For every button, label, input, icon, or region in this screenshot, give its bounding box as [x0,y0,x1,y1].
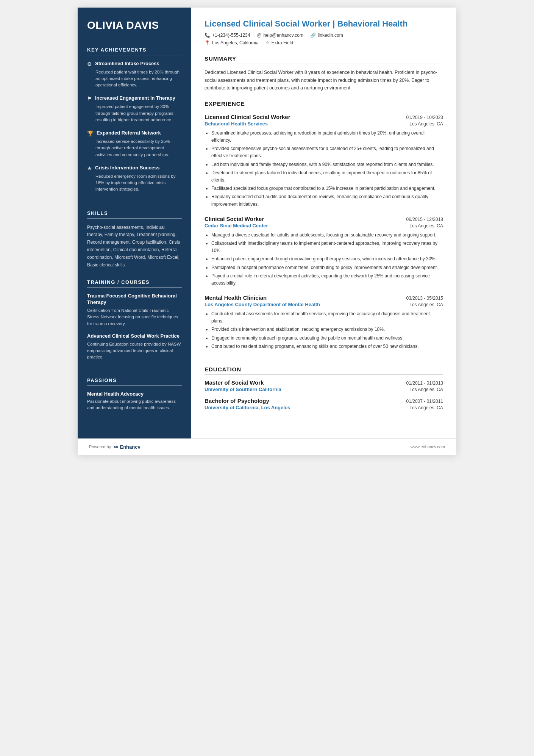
achievement-desc-1: Reduced patient wait times by 20% throug… [87,69,182,89]
exp-title-1: Licensed Clinical Social Worker [205,114,290,120]
exp-title-2: Clinical Social Worker [205,216,264,222]
training-desc-1: Certification from National Child Trauma… [87,307,182,327]
achievement-header-1: ⚙ Streamlined Intake Process [87,61,182,67]
resume-container: OLIVIA DAVIS KEY ACHIEVEMENTS ⚙ Streamli… [78,8,456,455]
linkedin-text: linkedin.com [318,33,343,38]
achievement-item-2: ⚑ Increased Engagement in Therapy Improv… [87,95,182,123]
achievement-desc-4: Reduced emergency room admissions by 18%… [87,173,182,193]
footer-url: www.enhancv.com [411,445,445,449]
summary-section-title: SUMMARY [205,55,443,64]
footer-logo: ∞ Enhancv [114,443,141,450]
resume-footer: Powered by ∞ Enhancv www.enhancv.com [78,438,456,455]
achievement-desc-2: Improved patient engagement by 30% throu… [87,103,182,123]
achievement-item-3: 🏆 Expanded Referral Network Increased se… [87,130,182,158]
brand-name: Enhancv [120,444,141,450]
edu-degree-1: Master of Social Work [205,379,264,386]
bullet-1-4: Developed treatment plans tailored to in… [211,169,443,184]
crisis-icon: ★ [87,165,92,171]
contact-line-1: 📞 +1-(234)-555-1234 @ help@enhancv.com 🔗… [205,33,443,38]
referral-icon: 🏆 [87,130,94,136]
bullet-1-6: Regularly conducted chart audits and doc… [211,193,443,208]
experience-title: EXPERIENCE [205,100,443,109]
exp-location-3: Los Angeles, CA [409,302,443,307]
footer-powered: Powered by ∞ Enhancv [89,443,141,450]
edu-header-1: Master of Social Work 01/2011 - 01/2013 [205,379,443,386]
achievement-title-2: Increased Engagement in Therapy [95,95,175,102]
phone-text: +1-(234)-555-1234 [212,33,250,38]
skills-text: Psycho-social assessments, Individual th… [87,224,182,269]
phone-contact: 📞 +1-(234)-555-1234 [205,33,250,38]
location-icon: 📍 [205,40,210,45]
bullet-2-5: Played a crucial role in referral develo… [211,272,443,287]
edu-location-1: Los Angeles, CA [409,387,443,392]
training-title: TRAINING / COURSES [87,279,182,288]
exp-date-2: 06/2015 - 12/2018 [406,217,443,222]
edu-location-2: Los Angeles, CA [409,405,443,410]
achievement-header-3: 🏆 Expanded Referral Network [87,130,182,136]
education-title: EDUCATION [205,366,443,375]
training-item-2: Advanced Clinical Social Work Practice C… [87,333,182,361]
exp-title-3: Mental Health Clinician [205,294,267,301]
resume-body: OLIVIA DAVIS KEY ACHIEVEMENTS ⚙ Streamli… [78,8,456,438]
passion-title-1: Mental Health Advocacy [87,391,182,397]
exp-header-3: Mental Health Clinician 03/2013 - 05/201… [205,294,443,301]
achievement-title-3: Expanded Referral Network [97,130,161,136]
exp-bullets-1: Streamlined intake processes, achieving … [205,130,443,208]
linkedin-contact: 🔗 linkedin.com [310,33,343,38]
exp-sub-2: Cedar Sinai Medical Center Los Angeles, … [205,223,443,229]
main-content: Licensed Clinical Social Worker | Behavi… [191,8,456,438]
exp-entry-3: Mental Health Clinician 03/2013 - 05/201… [205,294,443,350]
exp-company-2: Cedar Sinai Medical Center [205,223,268,229]
passions-title: PASSIONS [87,377,182,386]
email-contact: @ help@enhancv.com [257,33,303,38]
location-contact: 📍 Los Angeles, California [205,40,259,45]
name-block: OLIVIA DAVIS [87,19,182,32]
email-text: help@enhancv.com [264,33,303,38]
location-text: Los Angeles, California [212,40,259,45]
experience-section: EXPERIENCE Licensed Clinical Social Work… [205,100,443,358]
achievement-title-4: Crisis Intervention Success [95,165,160,171]
training-desc-2: Continuing Education course provided by … [87,341,182,361]
edu-school-1: University of Southern California [205,387,281,392]
edu-sub-1: University of Southern California Los An… [205,387,443,392]
key-achievements-title: KEY ACHIEVEMENTS [87,47,182,55]
exp-date-1: 01/2019 - 10/2023 [406,115,443,120]
edu-entry-2: Bachelor of Psychology 01/2007 - 01/2011… [205,398,443,410]
streamlined-icon: ⚙ [87,61,92,67]
exp-company-1: Behavioral Health Services [205,121,268,127]
exp-header-1: Licensed Clinical Social Worker 01/2019 … [205,114,443,120]
edu-date-2: 01/2007 - 01/2011 [406,399,443,404]
linkedin-icon: 🔗 [310,33,316,38]
extra-text: Extra Field [272,40,293,45]
edu-header-2: Bachelor of Psychology 01/2007 - 01/2011 [205,398,443,404]
edu-sub-2: University of California, Los Angeles Lo… [205,405,443,410]
bullet-1-3: Led both individual and family therapy s… [211,161,443,168]
training-item-1: Trauma-Focused Cognitive Behavioral Ther… [87,293,182,327]
edu-date-1: 01/2011 - 01/2013 [406,380,443,386]
exp-entry-1: Licensed Clinical Social Worker 01/2019 … [205,114,443,208]
candidate-name: OLIVIA DAVIS [87,19,182,32]
bullet-3-3: Engaged in community outreach programs, … [211,335,443,342]
powered-by-label: Powered by [89,445,111,449]
bullet-3-2: Provided crisis intervention and stabili… [211,326,443,333]
exp-date-3: 03/2013 - 05/2015 [406,296,443,301]
summary-section: SUMMARY Dedicated Licensed Clinical Soci… [205,55,443,92]
training-title-1: Trauma-Focused Cognitive Behavioral Ther… [87,293,182,306]
achievement-desc-3: Increased service accessibility by 25% t… [87,138,182,158]
email-icon: @ [257,33,261,38]
edu-school-2: University of California, Los Angeles [205,405,290,410]
education-section: EDUCATION Master of Social Work 01/2011 … [205,366,443,416]
achievement-header-2: ⚑ Increased Engagement in Therapy [87,95,182,102]
bullet-1-5: Facilitated specialized focus groups tha… [211,185,443,192]
enhancv-logo-icon: ∞ [114,443,118,450]
sidebar: OLIVIA DAVIS KEY ACHIEVEMENTS ⚙ Streamli… [78,8,191,438]
main-header: Licensed Clinical Social Worker | Behavi… [205,19,443,48]
passion-desc-1: Passionate about improving public awaren… [87,398,182,412]
edu-entry-1: Master of Social Work 01/2011 - 01/2013 … [205,379,443,392]
bullet-2-2: Collaborated with interdisciplinary team… [211,240,443,254]
bullet-1-1: Streamlined intake processes, achieving … [211,130,443,144]
exp-sub-1: Behavioral Health Services Los Angeles, … [205,121,443,127]
bullet-2-4: Participated in hospital performance com… [211,264,443,271]
bullet-3-1: Conducted initial assessments for mental… [211,310,443,325]
extra-icon: ☆ [265,40,270,45]
